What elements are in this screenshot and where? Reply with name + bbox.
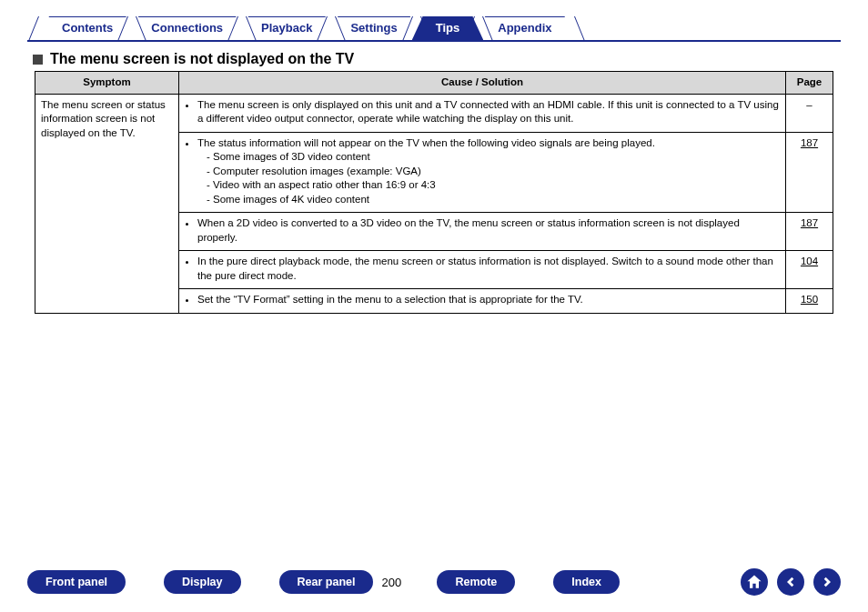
tab-label: Playback xyxy=(261,21,312,35)
symptom-cell: The menu screen or status information sc… xyxy=(35,94,179,313)
rear-panel-button[interactable]: Rear panel xyxy=(279,570,374,594)
footer: Front panel Display Rear panel 200 Remot… xyxy=(0,568,868,596)
tab-label: Appendix xyxy=(498,21,551,35)
page-cell: 187 xyxy=(786,132,833,213)
cause-cell: The menu screen is only displayed on thi… xyxy=(179,94,786,132)
page-cell: 150 xyxy=(786,289,833,314)
display-button[interactable]: Display xyxy=(164,570,240,594)
th-symptom: Symptom xyxy=(35,72,179,95)
cause-cell: In the pure direct playback mode, the me… xyxy=(179,251,786,289)
arrow-left-icon xyxy=(783,575,798,589)
page-link[interactable]: 104 xyxy=(801,255,818,269)
cause-cell: When a 2D video is converted to a 3D vid… xyxy=(179,213,786,251)
index-button[interactable]: Index xyxy=(553,570,620,594)
cause-cell: Set the “TV Format” setting in the menu … xyxy=(179,289,786,314)
page-cell: – xyxy=(786,94,833,132)
page-link[interactable]: 187 xyxy=(801,136,818,151)
tab-label: Connections xyxy=(151,21,223,35)
page-title: The menu screen is not displayed on the … xyxy=(50,51,354,67)
page-number: 200 xyxy=(373,576,409,589)
remote-button[interactable]: Remote xyxy=(437,570,515,594)
home-icon xyxy=(745,573,763,591)
arrow-right-icon xyxy=(820,575,834,589)
top-tabs: Contents Connections Playback Settings T… xyxy=(27,16,841,42)
heading-bullet-icon xyxy=(33,55,43,65)
table-row: The menu screen or status information sc… xyxy=(35,94,833,132)
tab-tips[interactable]: Tips xyxy=(412,16,484,40)
next-page-button[interactable] xyxy=(813,568,841,596)
front-panel-button[interactable]: Front panel xyxy=(27,570,126,594)
page-link[interactable]: 150 xyxy=(801,293,818,307)
tab-label: Settings xyxy=(350,21,397,35)
th-page: Page xyxy=(786,72,833,95)
page-link[interactable]: 187 xyxy=(801,216,818,231)
tab-label: Tips xyxy=(436,21,460,35)
prev-page-button[interactable] xyxy=(777,568,804,596)
home-button[interactable] xyxy=(741,568,768,596)
tab-label: Contents xyxy=(62,21,113,35)
th-cause: Cause / Solution xyxy=(179,72,786,95)
troubleshoot-table: Symptom Cause / Solution Page The menu s… xyxy=(35,71,833,314)
page-cell: 104 xyxy=(786,251,833,289)
page-cell: 187 xyxy=(786,213,833,251)
cause-cell: The status information will not appear o… xyxy=(179,132,786,213)
